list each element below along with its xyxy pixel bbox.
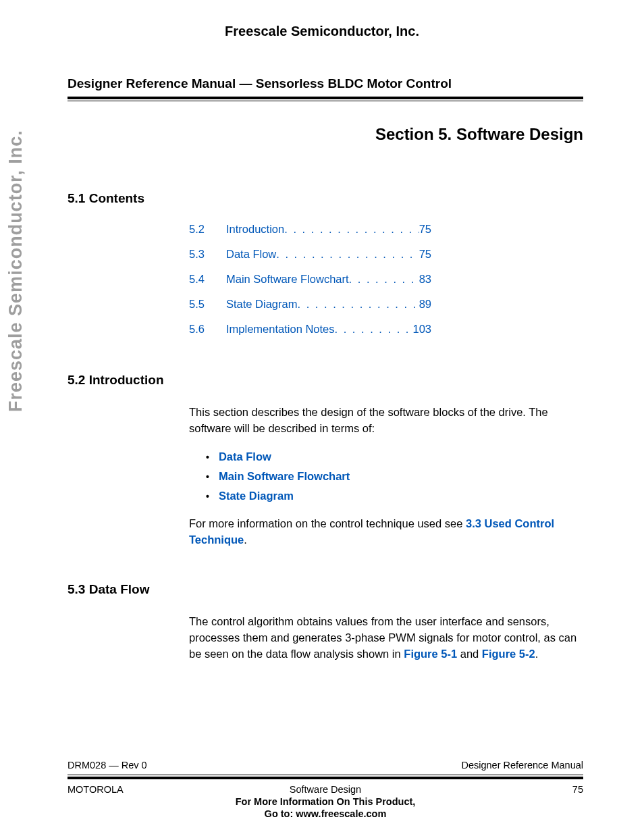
footer-bottom-row: MOTOROLA Software Design For More Inform… <box>68 784 583 819</box>
footer-section-name: Software Design <box>162 784 489 795</box>
page-number: 75 <box>489 784 583 795</box>
toc-row[interactable]: 5.2 Introduction 75 <box>189 223 583 236</box>
page-footer: DRM028 — Rev 0 Designer Reference Manual… <box>68 760 583 819</box>
footer-center: Software Design For More Information On … <box>162 784 489 819</box>
manual-title: Designer Reference Manual <box>461 760 583 771</box>
footer-brand: MOTOROLA <box>68 784 162 795</box>
list-item: • Data Flow <box>206 450 583 463</box>
toc-title: Main Software Flowchart <box>226 273 349 286</box>
bullet-icon: • <box>206 452 209 463</box>
bullet-link[interactable]: Main Software Flowchart <box>219 470 350 483</box>
footer-info-line2: Go to: www.freescale.com <box>162 808 489 819</box>
horizontal-rule-bottom <box>68 775 583 779</box>
toc-row[interactable]: 5.4 Main Software Flowchart 83 <box>189 273 583 286</box>
intro-bullet-list: • Data Flow • Main Software Flowchart • … <box>206 450 583 502</box>
section-title: Section 5. Software Design <box>68 125 583 144</box>
vertical-watermark: Freescale Semiconductor, Inc. <box>5 130 26 412</box>
bullet-icon: • <box>206 471 209 482</box>
toc-leader-dots <box>276 248 419 261</box>
horizontal-rule-top <box>68 97 583 101</box>
heading-contents: 5.1 Contents <box>68 191 583 206</box>
table-of-contents: 5.2 Introduction 75 5.3 Data Flow 75 5.4… <box>189 223 583 336</box>
toc-row[interactable]: 5.5 State Diagram 89 <box>189 298 583 311</box>
intro-paragraph-2: For more information on the control tech… <box>189 516 583 548</box>
toc-page: 75 <box>419 248 431 261</box>
heading-introduction: 5.2 Introduction <box>68 373 583 388</box>
text-run: . <box>244 533 247 546</box>
bullet-link[interactable]: State Diagram <box>219 490 294 502</box>
toc-page: 103 <box>412 323 431 336</box>
toc-page: 89 <box>419 298 431 311</box>
toc-number: 5.5 <box>189 298 226 311</box>
toc-title: Data Flow <box>226 248 276 261</box>
toc-number: 5.3 <box>189 248 226 261</box>
heading-dataflow: 5.3 Data Flow <box>68 582 583 597</box>
toc-row[interactable]: 5.6 Implementation Notes 103 <box>189 323 583 336</box>
intro-paragraph-1: This section describes the design of the… <box>189 405 583 437</box>
bullet-icon: • <box>206 491 209 502</box>
document-subtitle: Designer Reference Manual — Sensorless B… <box>68 76 583 91</box>
toc-number: 5.2 <box>189 223 226 236</box>
toc-row[interactable]: 5.3 Data Flow 75 <box>189 248 583 261</box>
toc-number: 5.6 <box>189 323 226 336</box>
toc-title: Introduction <box>226 223 284 236</box>
figure-link-5-2[interactable]: Figure 5-2 <box>482 648 535 660</box>
toc-leader-dots <box>349 273 419 286</box>
toc-page: 75 <box>419 223 431 236</box>
toc-leader-dots <box>297 298 419 311</box>
main-content: Designer Reference Manual — Sensorless B… <box>0 39 644 662</box>
toc-title: Implementation Notes <box>226 323 335 336</box>
text-run: . <box>535 648 539 660</box>
dataflow-paragraph: The control algorithm obtains values fro… <box>189 614 583 662</box>
footer-top-row: DRM028 — Rev 0 Designer Reference Manual <box>68 760 583 771</box>
footer-info-line1: For More Information On This Product, <box>162 796 489 807</box>
toc-title: State Diagram <box>226 298 297 311</box>
bullet-link[interactable]: Data Flow <box>219 450 271 463</box>
figure-link-5-1[interactable]: Figure 5-1 <box>404 648 457 660</box>
list-item: • Main Software Flowchart <box>206 470 583 483</box>
list-item: • State Diagram <box>206 490 583 502</box>
document-id: DRM028 — Rev 0 <box>68 760 147 771</box>
toc-number: 5.4 <box>189 273 226 286</box>
page-header: Freescale Semiconductor, Inc. <box>0 0 644 39</box>
toc-leader-dots <box>284 223 419 236</box>
toc-page: 83 <box>419 273 431 286</box>
text-run: For more information on the control tech… <box>189 517 466 529</box>
toc-leader-dots <box>335 323 413 336</box>
text-run: and <box>457 648 482 660</box>
